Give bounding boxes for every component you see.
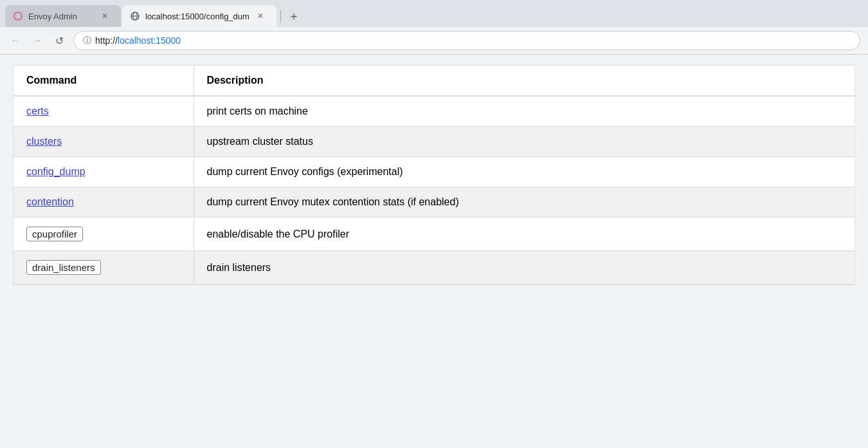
command-button[interactable]: drain_listeners: [26, 260, 101, 275]
tab-envoy-admin[interactable]: Envoy Admin ✕: [5, 5, 121, 27]
table-row: cpuprofilerenable/disable the CPU profil…: [14, 218, 854, 251]
url-port: :15000: [153, 35, 181, 46]
command-button[interactable]: cpuprofiler: [26, 227, 83, 241]
forward-button[interactable]: →: [30, 33, 45, 48]
command-cell: clusters: [14, 127, 194, 157]
url-display: http://localhost:15000: [95, 35, 181, 46]
table-header-row: Command Description: [14, 66, 854, 96]
command-cell: contention: [14, 187, 194, 218]
description-cell: dump current Envoy configs (experimental…: [194, 157, 854, 187]
tab-config-title: localhost:15000/config_dum: [145, 12, 249, 21]
url-host: localhost: [118, 35, 153, 46]
tab-envoy-close[interactable]: ✕: [99, 10, 111, 22]
description-cell: enable/disable the CPU profiler: [194, 218, 854, 251]
reload-button[interactable]: ↺: [51, 33, 67, 48]
table-row: contentiondump current Envoy mutex conte…: [14, 187, 854, 218]
tab-bar: Envoy Admin ✕ localhost:15000/config_dum…: [0, 0, 868, 27]
table-row: clustersupstream cluster status: [14, 127, 854, 157]
tab-envoy-title: Envoy Admin: [28, 12, 94, 21]
description-cell: drain listeners: [194, 251, 854, 285]
command-link[interactable]: clusters: [26, 136, 62, 147]
command-link[interactable]: certs: [26, 106, 49, 117]
browser-chrome: Envoy Admin ✕ localhost:15000/config_dum…: [0, 0, 868, 55]
secure-icon: ⓘ: [83, 35, 91, 46]
column-header-description: Description: [194, 66, 854, 96]
table-row: config_dumpdump current Envoy configs (e…: [14, 157, 854, 187]
commands-table: Command Description certsprint certs on …: [14, 66, 854, 285]
address-bar: ← → ↺ ⓘ http://localhost:15000: [0, 27, 868, 55]
table-row: certsprint certs on machine: [14, 96, 854, 127]
description-cell: upstream cluster status: [194, 127, 854, 157]
command-cell: drain_listeners: [14, 251, 194, 285]
globe-tab-icon: [130, 11, 140, 21]
url-protocol: http://: [95, 35, 118, 46]
tab-config-dump[interactable]: localhost:15000/config_dum ✕: [122, 5, 276, 27]
command-cell: config_dump: [14, 157, 194, 187]
command-cell: certs: [14, 96, 194, 127]
description-cell: print certs on machine: [194, 96, 854, 127]
command-link[interactable]: contention: [26, 196, 74, 207]
table-row: drain_listenersdrain listeners: [14, 251, 854, 285]
svg-point-0: [14, 12, 22, 20]
command-link[interactable]: config_dump: [26, 166, 86, 177]
back-button[interactable]: ←: [8, 33, 23, 48]
tab-config-close[interactable]: ✕: [255, 10, 266, 22]
command-cell: cpuprofiler: [14, 218, 194, 251]
envoy-tab-icon: [13, 11, 23, 21]
description-cell: dump current Envoy mutex contention stat…: [194, 187, 854, 218]
new-tab-button[interactable]: +: [285, 8, 303, 26]
page-content: Command Description certsprint certs on …: [13, 65, 855, 285]
url-bar[interactable]: ⓘ http://localhost:15000: [73, 31, 860, 50]
tab-separator: [280, 10, 281, 23]
column-header-command: Command: [14, 66, 194, 96]
